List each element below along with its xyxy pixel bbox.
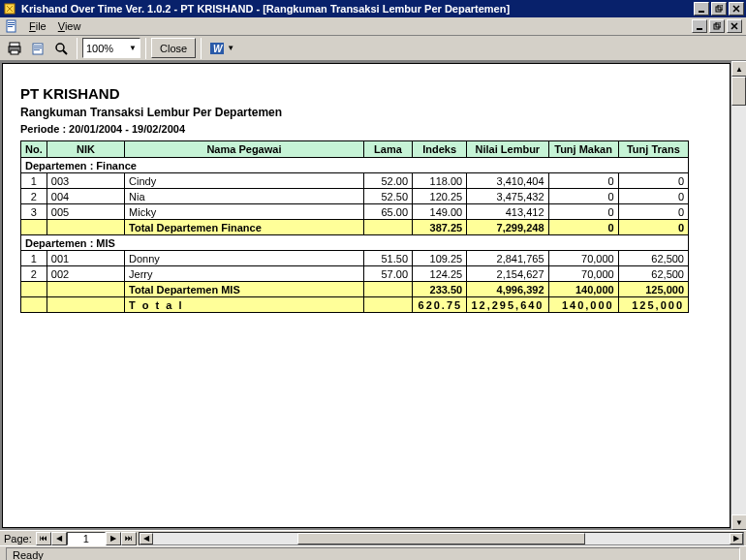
mdi-close-button[interactable] bbox=[727, 19, 742, 33]
horizontal-scrollbar[interactable]: ◀ ▶ bbox=[139, 532, 744, 545]
col-lama: Lama bbox=[363, 141, 412, 158]
hscroll-thumb[interactable] bbox=[297, 533, 586, 544]
page-label: Page: bbox=[0, 533, 36, 544]
table-row: 1001Donny51.50109.252,841,76570,00062,50… bbox=[21, 251, 689, 266]
first-page-button[interactable]: ⏮ bbox=[36, 532, 51, 545]
department-header: Departemen : Finance bbox=[21, 158, 689, 173]
prev-page-button[interactable]: ◀ bbox=[51, 532, 67, 545]
col-tunj-makan: Tunj Makan bbox=[548, 141, 618, 158]
toolbar-separator bbox=[77, 38, 78, 59]
close-label: Close bbox=[160, 43, 187, 54]
report-title: Rangkuman Transaksi Lembur Per Departeme… bbox=[20, 106, 712, 119]
scroll-right-button[interactable]: ▶ bbox=[730, 533, 743, 544]
title-bar: Krishand Over Time Ver. 1.0.2 - PT KRISH… bbox=[0, 0, 746, 17]
svg-rect-6 bbox=[8, 24, 15, 25]
company-name: PT KRISHAND bbox=[20, 85, 712, 102]
svg-rect-16 bbox=[34, 47, 42, 48]
document-area: PT KRISHAND Rangkuman Transaksi Lembur P… bbox=[0, 61, 746, 530]
scroll-track[interactable] bbox=[731, 77, 746, 514]
scroll-thumb[interactable] bbox=[731, 77, 746, 106]
restore-button[interactable] bbox=[711, 2, 727, 16]
last-page-button[interactable]: ⏭ bbox=[121, 532, 137, 545]
menu-bar: File View bbox=[0, 17, 746, 36]
toolbar-separator bbox=[201, 38, 202, 59]
table-row: 3005Micky65.00149.00413,41200 bbox=[21, 204, 689, 220]
col-nilai: Nilai Lembur bbox=[467, 141, 548, 158]
svg-rect-13 bbox=[11, 50, 18, 54]
close-report-button[interactable]: Close bbox=[151, 38, 196, 58]
mdi-restore-button[interactable] bbox=[709, 19, 725, 33]
scroll-down-button[interactable]: ▼ bbox=[731, 514, 746, 530]
page-navigation: Page: ⏮ ◀ 1 ▶ ⏭ ◀ ▶ bbox=[0, 530, 746, 545]
app-icon bbox=[2, 1, 17, 16]
svg-text:W: W bbox=[213, 44, 224, 54]
col-no: No. bbox=[21, 141, 47, 158]
scroll-up-button[interactable]: ▲ bbox=[731, 61, 746, 77]
svg-rect-8 bbox=[697, 28, 702, 30]
toolbar-separator bbox=[145, 38, 146, 59]
close-window-button[interactable] bbox=[729, 2, 744, 16]
col-tunj-trans: Tunj Trans bbox=[618, 141, 688, 158]
report-period: Periode : 20/01/2004 - 19/02/2004 bbox=[20, 123, 712, 135]
col-indeks: Indeks bbox=[413, 141, 467, 158]
dropdown-icon: ▼ bbox=[129, 44, 137, 52]
status-text: Ready bbox=[6, 547, 740, 561]
svg-rect-17 bbox=[34, 49, 40, 50]
table-row: 2002Jerry57.00124.252,154,62770,00062,50… bbox=[21, 266, 689, 282]
export-word-button[interactable]: W ▼ bbox=[206, 38, 237, 59]
menu-file[interactable]: File bbox=[23, 18, 52, 34]
menu-view[interactable]: View bbox=[52, 18, 87, 34]
report-page: PT KRISHAND Rangkuman Transaksi Lembur P… bbox=[2, 63, 730, 528]
col-nik: NIK bbox=[47, 141, 124, 158]
svg-rect-14 bbox=[33, 44, 43, 54]
subtotal-row: Total Departemen Finance387.257,299,2480… bbox=[21, 220, 689, 235]
vertical-scrollbar[interactable]: ▲ ▼ bbox=[730, 61, 746, 530]
table-header-row: No. NIK Nama Pegawai Lama Indeks Nilai L… bbox=[21, 141, 689, 158]
svg-rect-5 bbox=[8, 22, 15, 23]
zoom-select[interactable]: 100% ▼ bbox=[82, 38, 140, 58]
col-name: Nama Pegawai bbox=[125, 141, 364, 158]
table-row: 2004Nia52.50120.253,475,43200 bbox=[21, 189, 689, 204]
report-table: No. NIK Nama Pegawai Lama Indeks Nilai L… bbox=[20, 140, 689, 313]
svg-rect-7 bbox=[8, 26, 13, 27]
grand-total-row: T o t a l620.7512,295,640140,000125,000 bbox=[21, 297, 689, 313]
print-button[interactable] bbox=[4, 38, 25, 59]
page-number-input[interactable]: 1 bbox=[67, 532, 106, 545]
svg-rect-11 bbox=[10, 43, 19, 47]
open-button[interactable] bbox=[27, 38, 48, 59]
subtotal-row: Total Departemen MIS233.504,996,392140,0… bbox=[21, 282, 689, 297]
status-bar: Ready bbox=[0, 545, 746, 560]
zoom-icon-button[interactable] bbox=[50, 38, 72, 59]
dropdown-icon: ▼ bbox=[227, 44, 234, 52]
next-page-button[interactable]: ▶ bbox=[106, 532, 121, 545]
toolbar: 100% ▼ Close W ▼ bbox=[0, 36, 746, 61]
mdi-minimize-button[interactable] bbox=[692, 19, 707, 33]
zoom-value: 100% bbox=[86, 43, 113, 54]
svg-line-19 bbox=[63, 50, 67, 54]
window-buttons bbox=[694, 2, 744, 16]
minimize-button[interactable] bbox=[694, 2, 709, 16]
table-row: 1003Cindy52.00118.003,410,40400 bbox=[21, 173, 689, 189]
svg-rect-15 bbox=[34, 46, 42, 47]
svg-rect-1 bbox=[699, 11, 704, 13]
department-header: Departemen : MIS bbox=[21, 235, 689, 251]
document-icon bbox=[4, 18, 19, 34]
svg-point-18 bbox=[56, 44, 64, 51]
window-title: Krishand Over Time Ver. 1.0.2 - PT KRISH… bbox=[19, 3, 694, 15]
scroll-left-button[interactable]: ◀ bbox=[140, 533, 153, 544]
